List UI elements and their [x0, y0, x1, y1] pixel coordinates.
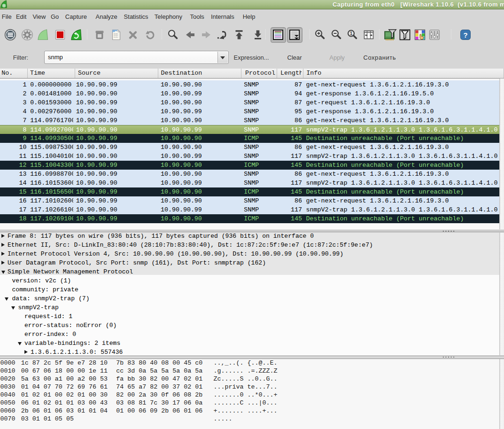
svg-text:1: 1 — [350, 31, 353, 36]
svg-text:?: ? — [463, 31, 467, 39]
svg-text:0101: 0101 — [114, 36, 118, 38]
